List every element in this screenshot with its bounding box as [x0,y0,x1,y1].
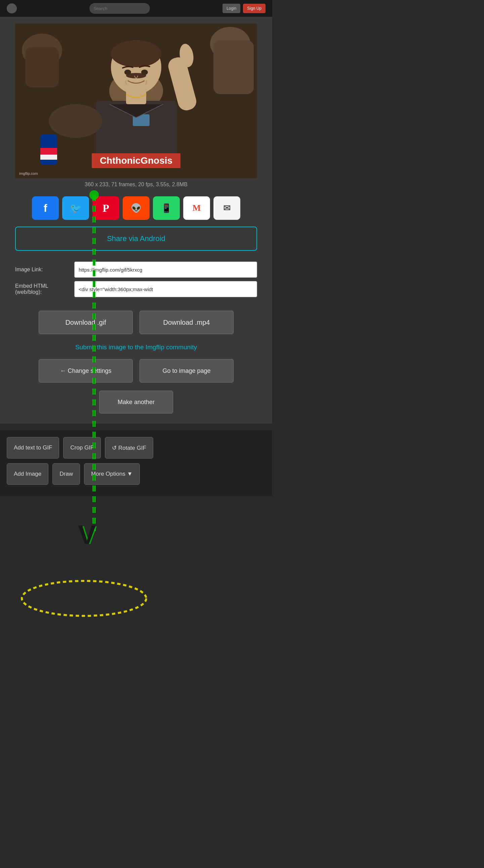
whatsapp-share-button[interactable]: 📱 [153,196,180,220]
share-buttons-row: f 🐦 P 👽 📱 M ✉ [15,196,257,220]
facebook-share-button[interactable]: f [32,196,59,220]
svg-point-19 [141,70,148,75]
toolbar-row-1: Add text to GIF Crop GIF ↺ Rotate GIF [7,437,265,459]
embed-link-row: Embed HTML (web/blog): [15,281,257,297]
submit-community-link[interactable]: Submit this image to the Imgflip communi… [15,344,257,351]
add-text-button[interactable]: Add text to GIF [7,437,59,459]
main-content: ChthonicGnosis imgflip.com 360 x 233, 71… [0,17,272,424]
svg-point-23 [22,581,146,616]
gif-background: ChthonicGnosis imgflip.com [15,24,257,178]
svg-rect-4 [214,40,254,94]
twitter-icon: 🐦 [70,203,82,214]
action-buttons-row: ← Change settings Go to image page [15,359,257,382]
v-arrow-green: V [80,520,97,550]
svg-point-13 [49,104,102,138]
email-share-button[interactable]: ✉ [214,196,240,220]
email-icon: ✉ [223,203,231,214]
android-share-button[interactable]: Share via Android [15,226,257,251]
rotate-gif-button[interactable]: ↺ Rotate GIF [105,437,153,459]
svg-rect-2 [25,47,59,87]
go-to-image-button[interactable]: Go to image page [139,359,234,382]
change-settings-button[interactable]: ← Change settings [39,359,133,382]
yellow-oval-annotation [17,578,151,619]
download-mp4-button[interactable]: Download .mp4 [139,311,234,334]
download-row: Download .gif Download .mp4 [15,311,257,334]
image-link-input[interactable] [74,261,257,278]
link-section: Image Link: Embed HTML (web/blog): [15,258,257,301]
svg-point-7 [111,40,161,67]
top-bar: Login Sign Up [0,0,272,17]
gif-preview: ChthonicGnosis imgflip.com [15,24,257,178]
svg-rect-15 [40,148,57,155]
logo [7,3,17,13]
more-options-button[interactable]: More Options ▼ [84,463,140,485]
embed-link-label: Embed HTML (web/blog): [15,283,69,295]
make-another-row: Make another [15,391,257,413]
signup-button[interactable]: Sign Up [243,4,265,13]
toolbar-row-2: Add Image Draw More Options ▼ [7,463,265,485]
top-bar-right: Login Sign Up [223,4,265,13]
pinterest-icon: P [102,202,109,215]
whatsapp-icon: 📱 [161,203,172,214]
reddit-icon: 👽 [131,203,141,214]
draw-button[interactable]: Draw [53,463,80,485]
svg-rect-17 [126,89,146,104]
svg-point-18 [124,70,131,75]
embed-link-input[interactable] [74,281,257,297]
crop-gif-button[interactable]: Crop GIF [63,437,101,459]
search-input[interactable] [89,3,150,14]
twitter-share-button[interactable]: 🐦 [62,196,89,220]
gmail-icon: M [193,203,201,213]
gif-metadata: 360 x 233, 71 frames, 20 fps, 3.55s, 2.8… [85,182,188,188]
gif-watermark: imgflip.com [19,172,38,176]
add-image-button[interactable]: Add Image [7,463,49,485]
facebook-icon: f [44,202,47,215]
make-another-button[interactable]: Make another [99,391,173,413]
gmail-share-button[interactable]: M [183,196,210,220]
gif-caption: ChthonicGnosis [92,153,181,168]
download-gif-button[interactable]: Download .gif [39,311,133,334]
bottom-toolbar: Add text to GIF Crop GIF ↺ Rotate GIF Ad… [0,430,272,496]
image-link-label: Image Link: [15,267,69,273]
pinterest-share-button[interactable]: P [92,196,119,220]
svg-rect-16 [40,155,57,160]
image-link-row: Image Link: [15,261,257,278]
reddit-share-button[interactable]: 👽 [123,196,150,220]
login-button[interactable]: Login [223,4,240,13]
